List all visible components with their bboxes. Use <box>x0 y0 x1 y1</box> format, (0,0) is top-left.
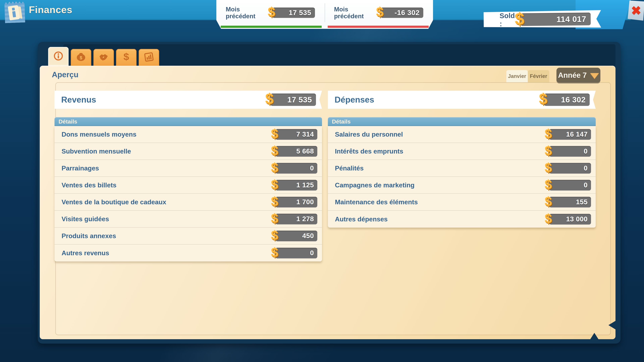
tab-info[interactable] <box>48 47 68 66</box>
tab-money-bag[interactable]: $ <box>71 49 91 66</box>
finances-window: $$ Aperçu JanvierFévrier Année 7 Revenus… <box>38 42 620 344</box>
row-label: Intérêts des emprunts <box>335 148 403 155</box>
dollar-icon: $ <box>271 245 278 260</box>
row-amount: $0 <box>549 180 591 191</box>
tab-bar-chart[interactable] <box>139 49 159 66</box>
dollar-icon: $ <box>271 177 278 192</box>
expenses-title: Dépenses <box>334 95 374 105</box>
revenues-title: Revenus <box>61 95 96 105</box>
frame-notch <box>608 321 616 330</box>
row-label: Maintenance des éléments <box>335 198 418 206</box>
revenues-column: Revenus $ 17 535 Détails Dons mensuels m… <box>54 91 322 261</box>
row-label: Pénalités <box>335 165 364 172</box>
row-label: Autres dépenses <box>335 216 388 223</box>
dollar-icon: $ <box>545 194 552 209</box>
revenues-details-header: Détails <box>54 117 322 126</box>
table-row: Ventes des billets$1 125 <box>54 177 322 194</box>
row-amount: $1 700 <box>276 197 317 207</box>
row-label: Ventes des billets <box>62 182 116 189</box>
row-amount: $1 125 <box>276 180 317 191</box>
dollar-icon: $ <box>545 143 552 158</box>
table-row: Autres dépenses$13 000 <box>328 211 596 228</box>
dollar-icon: $ <box>271 126 278 141</box>
info-book-icon <box>8 5 20 20</box>
month-tabs: JanvierFévrier <box>506 70 549 82</box>
row-label: Ventes de la boutique de cadeaux <box>62 198 166 206</box>
info-bar <box>12 11 16 17</box>
svg-text:$: $ <box>124 52 129 62</box>
close-icon: ✖ <box>631 4 641 17</box>
row-label: Autres revenus <box>62 249 109 257</box>
tab-handshake[interactable] <box>94 49 114 66</box>
prev-month-income-panel: Mois précédent $ 17 535 <box>216 0 325 25</box>
finance-ledger-icon <box>5 1 25 23</box>
page-title: Finances <box>29 4 72 15</box>
table-row: Intérêts des emprunts$0 <box>328 143 596 160</box>
table-row: Parrainages$0 <box>54 160 322 177</box>
expenses-column: Dépenses $ 16 302 Détails Salaires du pe… <box>328 91 596 228</box>
table-row: Maintenance des éléments$155 <box>328 194 596 211</box>
row-amount: $0 <box>549 146 591 157</box>
row-label: Produits annexes <box>62 232 116 240</box>
prev-month-income-label: Mois précédent <box>226 6 266 20</box>
expenses-rows: Salaires du personnel$16 147Intérêts des… <box>328 126 596 228</box>
chevron-down-icon <box>590 73 599 79</box>
row-amount: $0 <box>549 163 591 174</box>
year-selector[interactable]: Année 7 <box>556 68 600 83</box>
section-title: Aperçu <box>52 70 78 79</box>
table-row: Autres revenus$0 <box>54 245 322 261</box>
balance-panel: Solde : $ 114 017 <box>484 10 601 29</box>
table-row: Salaires du personnel$16 147 <box>328 126 596 143</box>
month-tab-fevrier[interactable]: Février <box>528 70 549 82</box>
table-row: Campagnes de marketing$0 <box>328 177 596 194</box>
prev-month-income-amount: $ 17 535 <box>272 7 315 18</box>
row-label: Dons mensuels moyens <box>62 131 136 138</box>
dollar-icon: $ <box>265 90 274 108</box>
row-label: Parrainages <box>62 165 99 172</box>
balance-amount: $ 114 017 <box>520 12 591 26</box>
bar-chart-icon <box>144 52 154 63</box>
overview-sheet: Aperçu JanvierFévrier Année 7 Revenus $ … <box>40 66 616 339</box>
expense-underline-bar <box>328 26 429 28</box>
row-amount: $450 <box>276 231 317 241</box>
expenses-details-header: Détails <box>328 117 596 126</box>
row-amount: $0 <box>276 248 317 258</box>
dollar-icon: $ <box>271 194 278 209</box>
dollar-icon: $ <box>545 160 552 175</box>
prev-month-expense-panel: Mois précédent $ -16 302 <box>325 0 433 25</box>
revenues-header-card: Revenus $ 17 535 <box>54 91 322 109</box>
dollar-icon: $ <box>545 177 552 192</box>
prev-month-expense-amount: $ -16 302 <box>380 7 423 18</box>
table-row: Dons mensuels moyens$7 314 <box>54 126 322 143</box>
dollar-icon: $ <box>545 126 552 141</box>
row-amount: $155 <box>549 197 591 207</box>
dollar-icon: $ <box>271 143 278 158</box>
dollar-icon: $ <box>545 211 552 226</box>
row-amount: $7 314 <box>276 129 317 140</box>
frame-notch <box>590 333 599 340</box>
previous-month-summary: Mois précédent $ 17 535 Mois précédent $… <box>216 0 433 29</box>
table-row: Pénalités$0 <box>328 160 596 177</box>
row-amount: $5 668 <box>276 146 317 157</box>
table-row: Subvention mensuelle$5 668 <box>54 143 322 160</box>
row-amount: $0 <box>276 163 317 174</box>
window-tabs: $$ <box>48 47 159 66</box>
row-label: Subvention mensuelle <box>62 148 131 155</box>
close-button[interactable]: ✖ <box>628 0 644 21</box>
divider <box>325 3 325 22</box>
tab-dollar[interactable]: $ <box>116 49 136 66</box>
info-dot <box>12 7 15 10</box>
table-row: Produits annexes$450 <box>54 228 322 245</box>
revenues-rows: Dons mensuels moyens$7 314Subvention men… <box>54 126 322 261</box>
dollar-icon: $ <box>121 52 131 63</box>
row-amount: $16 147 <box>549 129 591 140</box>
expenses-header-card: Dépenses $ 16 302 <box>328 91 596 109</box>
prev-month-expense-label: Mois précédent <box>334 6 374 20</box>
expenses-total: $ 16 302 <box>544 93 590 106</box>
row-amount: $1 278 <box>276 214 317 224</box>
month-tab-janvier[interactable]: Janvier <box>506 70 528 82</box>
dollar-icon: $ <box>515 9 524 29</box>
row-label: Salaires du personnel <box>335 131 403 138</box>
dollar-icon: $ <box>376 4 384 20</box>
revenues-total: $ 17 535 <box>270 93 316 106</box>
